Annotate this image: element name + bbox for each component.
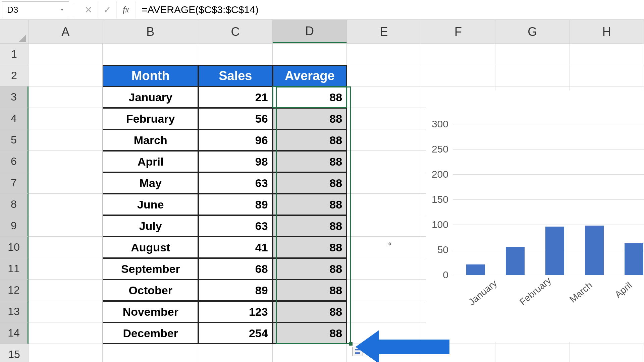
cancel-formula-icon[interactable]: ✕ — [79, 1, 98, 18]
fill-handle[interactable] — [349, 342, 353, 346]
cell-H2[interactable] — [570, 65, 644, 86]
row-header-3[interactable]: 3 — [0, 86, 29, 108]
cell-B13[interactable]: November — [103, 301, 198, 322]
row-header-14[interactable]: 14 — [0, 322, 29, 344]
cell-A7[interactable] — [29, 172, 103, 194]
cell-B14[interactable]: December — [103, 322, 198, 344]
cell-B5[interactable]: March — [103, 129, 198, 151]
cell-C10[interactable]: 41 — [198, 237, 273, 258]
cell-C13[interactable]: 123 — [198, 301, 273, 322]
cell-D1[interactable] — [273, 44, 347, 65]
cell-C12[interactable]: 89 — [198, 280, 273, 301]
cell-E8[interactable] — [347, 194, 421, 215]
row-header-11[interactable]: 11 — [0, 258, 29, 280]
cell-A13[interactable] — [29, 301, 103, 322]
col-header-B[interactable]: B — [103, 20, 199, 43]
row-header-6[interactable]: 6 — [0, 151, 29, 172]
cell-A6[interactable] — [29, 151, 103, 172]
row-header-2[interactable]: 2 — [0, 65, 29, 86]
cell-C15[interactable] — [198, 344, 272, 362]
cell-B9[interactable]: July — [103, 215, 198, 237]
cell-C14[interactable]: 254 — [198, 322, 273, 344]
name-box[interactable]: D3 ▼ — [2, 1, 69, 18]
cell-B10[interactable]: August — [103, 237, 198, 258]
cell-F1[interactable] — [421, 44, 495, 65]
formula-input[interactable]: =AVERAGE($C$3:$C$14) — [136, 1, 644, 18]
chart-bar-April[interactable] — [585, 226, 604, 275]
cell-A2[interactable] — [29, 65, 103, 86]
cell-C4[interactable]: 56 — [198, 108, 273, 129]
cell-B7[interactable]: May — [103, 172, 198, 194]
cell-H1[interactable] — [570, 44, 644, 65]
cell-B2[interactable]: Month — [103, 65, 198, 86]
cell-E11[interactable] — [347, 258, 421, 280]
row-header-1[interactable]: 1 — [0, 44, 29, 65]
cell-E2[interactable] — [347, 65, 421, 86]
cell-C7[interactable]: 63 — [198, 172, 273, 194]
cell-C11[interactable]: 68 — [198, 258, 273, 280]
cell-A3[interactable] — [29, 86, 103, 108]
cell-D4[interactable]: 88 — [273, 108, 347, 129]
cell-C5[interactable]: 96 — [198, 129, 273, 151]
cell-G2[interactable] — [495, 65, 570, 86]
cell-E12[interactable] — [347, 280, 421, 301]
col-header-D[interactable]: D — [273, 20, 347, 43]
cell-B4[interactable]: February — [103, 108, 198, 129]
cell-A8[interactable] — [29, 194, 103, 215]
cell-A14[interactable] — [29, 322, 103, 344]
cell-E7[interactable] — [347, 172, 421, 194]
select-all-corner[interactable] — [0, 20, 29, 43]
embedded-chart[interactable]: 050100150200250300 JanuaryFebruaryMarchA… — [426, 90, 644, 342]
insert-function-icon[interactable]: fx — [117, 1, 136, 18]
cell-E1[interactable] — [347, 44, 421, 65]
cell-A15[interactable] — [29, 344, 103, 362]
row-header-4[interactable]: 4 — [0, 108, 29, 129]
cell-C2[interactable]: Sales — [198, 65, 273, 86]
cell-C8[interactable]: 89 — [198, 194, 273, 215]
cell-E3[interactable] — [347, 86, 421, 108]
row-header-13[interactable]: 13 — [0, 301, 29, 322]
chart-bar-January[interactable] — [466, 264, 485, 275]
name-box-dropdown-icon[interactable]: ▼ — [60, 7, 64, 12]
cell-E5[interactable] — [347, 129, 421, 151]
cell-B12[interactable]: October — [103, 280, 198, 301]
cell-B8[interactable]: June — [103, 194, 198, 215]
row-header-7[interactable]: 7 — [0, 172, 29, 194]
cell-A1[interactable] — [29, 44, 103, 65]
cell-D11[interactable]: 88 — [273, 258, 347, 280]
cell-D3[interactable]: 88 — [273, 86, 347, 108]
cell-E4[interactable] — [347, 108, 421, 129]
cell-E9[interactable] — [347, 215, 421, 237]
cell-F2[interactable] — [421, 65, 495, 86]
cell-A9[interactable] — [29, 215, 103, 237]
col-header-F[interactable]: F — [421, 20, 495, 43]
cell-D10[interactable]: 88 — [273, 237, 347, 258]
accept-formula-icon[interactable]: ✓ — [98, 1, 117, 18]
cell-E13[interactable] — [347, 301, 421, 322]
cell-C6[interactable]: 98 — [198, 151, 273, 172]
col-header-E[interactable]: E — [347, 20, 421, 43]
chart-bar-May[interactable] — [625, 243, 643, 275]
cell-B15[interactable] — [103, 344, 198, 362]
chart-bar-March[interactable] — [545, 227, 564, 275]
cell-G15[interactable] — [495, 344, 570, 362]
cell-A5[interactable] — [29, 129, 103, 151]
col-header-G[interactable]: G — [495, 20, 570, 43]
row-header-10[interactable]: 10 — [0, 237, 29, 258]
col-header-H[interactable]: H — [570, 20, 644, 43]
cell-D2[interactable]: Average — [273, 65, 347, 86]
cell-A12[interactable] — [29, 280, 103, 301]
cell-B3[interactable]: January — [103, 86, 198, 108]
cell-C1[interactable] — [198, 44, 272, 65]
cell-A10[interactable] — [29, 237, 103, 258]
chart-bar-February[interactable] — [506, 247, 525, 275]
row-header-15[interactable]: 15 — [0, 344, 29, 362]
cell-E6[interactable] — [347, 151, 421, 172]
col-header-C[interactable]: C — [198, 20, 272, 43]
row-header-9[interactable]: 9 — [0, 215, 29, 237]
cell-H15[interactable] — [570, 344, 644, 362]
cell-D5[interactable]: 88 — [273, 129, 347, 151]
cell-D8[interactable]: 88 — [273, 194, 347, 215]
cell-B6[interactable]: April — [103, 151, 198, 172]
cell-A11[interactable] — [29, 258, 103, 280]
